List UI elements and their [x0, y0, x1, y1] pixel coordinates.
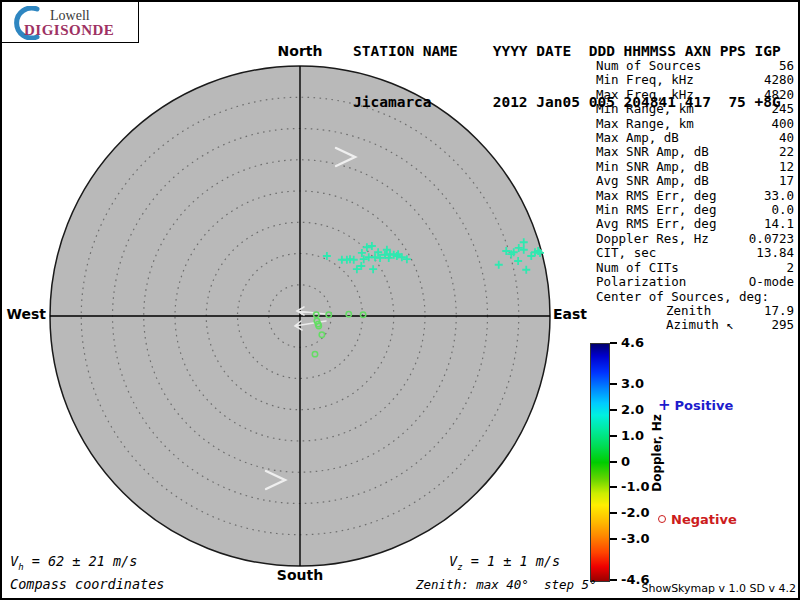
- vz-symbol: V: [449, 553, 457, 569]
- colorbar-tick: [610, 342, 617, 344]
- legend-positive-label: Positive: [675, 398, 734, 413]
- stats-row: Zenith17.9: [596, 304, 794, 318]
- compass-label-north: North: [260, 43, 340, 59]
- zenith-scale-note: Zenith: max 40° step 5°: [416, 577, 597, 592]
- stats-row: Max Amp, dB40: [596, 131, 794, 145]
- stats-value: O-mode: [749, 275, 794, 289]
- measurement-stats-panel: Num of Sources56Min Freq, kHz4280Max Fre…: [596, 59, 794, 333]
- stats-label: Min Freq, kHz: [596, 73, 694, 87]
- colorbar-tick: [610, 538, 617, 540]
- stats-label: Num of Sources: [596, 59, 701, 73]
- stats-value: 4280: [764, 73, 794, 87]
- showskymap-window: Lowell DIGISONDE STATION NAME YYYY DATE …: [0, 0, 800, 600]
- compass-label-east: East: [553, 306, 613, 322]
- logo-digisonde-text: DIGISONDE: [24, 22, 114, 39]
- stats-value: 56: [779, 59, 794, 73]
- stats-label: Azimuth ↖: [596, 318, 734, 332]
- stats-row: Avg RMS Err, deg14.1: [596, 217, 794, 231]
- stats-value: 40: [779, 131, 794, 145]
- stats-label: Max Range, km: [596, 117, 694, 131]
- stats-row: Max RMS Err, deg33.0: [596, 189, 794, 203]
- stats-label: Max RMS Err, deg: [596, 189, 716, 203]
- coordinate-system-note: Compass coordinates: [10, 576, 164, 592]
- stats-row: Min RMS Err, deg0.0: [596, 203, 794, 217]
- vh-symbol: V: [10, 553, 18, 569]
- stats-value: 400: [771, 117, 794, 131]
- colorbar-tick-label: 3.0: [621, 376, 644, 391]
- stats-value: 2: [786, 261, 794, 275]
- stats-label: Max Freq, kHz: [596, 88, 694, 102]
- stats-label: Avg RMS Err, deg: [596, 217, 716, 231]
- stats-value: 245: [771, 102, 794, 116]
- stats-label: Center of Sources, deg:: [596, 290, 769, 304]
- stats-label: Min SNR Amp, dB: [596, 160, 709, 174]
- colorbar-tick-label: 2.0: [621, 402, 644, 417]
- stats-value: 33.0: [764, 189, 794, 203]
- stats-label: Min RMS Err, deg: [596, 203, 716, 217]
- colorbar-tick-label: -2.0: [621, 505, 649, 520]
- colorbar-tick-label: 1.0: [621, 428, 644, 443]
- stats-value: 295: [771, 318, 794, 332]
- stats-row: Num of Sources56: [596, 59, 794, 73]
- stats-label: Polarization: [596, 275, 686, 289]
- stats-value: 0.0723: [749, 232, 794, 246]
- stats-value: 17: [779, 174, 794, 188]
- colorbar-tick-label: -1.0: [621, 479, 649, 494]
- legend-negative-label: Negative: [671, 512, 737, 527]
- stats-label: Zenith: [596, 304, 711, 318]
- stats-value: 14.1: [764, 217, 794, 231]
- stats-value: 4820: [764, 88, 794, 102]
- stats-label: Doppler Res, Hz: [596, 232, 709, 246]
- vertical-velocity-readout: Vz = 1 ± 1 m/s: [449, 553, 560, 572]
- horizontal-velocity-readout: Vh = 62 ± 21 m/s: [10, 553, 137, 572]
- doppler-colorbar: [590, 343, 610, 582]
- colorbar-tick: [610, 486, 617, 488]
- colorbar-tick-label: -3.0: [621, 531, 649, 546]
- compass-label-south: South: [260, 567, 340, 583]
- stats-value: 22: [779, 145, 794, 159]
- vz-value: = 1 ± 1 m/s: [463, 553, 561, 569]
- plus-marker-icon: +: [658, 396, 671, 414]
- legend-negative: Negative: [658, 512, 737, 527]
- colorbar-tick-label: 4.6: [621, 335, 644, 350]
- colorbar-tick: [610, 409, 617, 411]
- stats-value: 0.0: [771, 203, 794, 217]
- stats-row: Azimuth ↖295: [596, 318, 794, 332]
- stats-row: CIT, sec13.84: [596, 246, 794, 260]
- compass-label-west: West: [2, 306, 46, 322]
- stats-row: PolarizationO-mode: [596, 275, 794, 289]
- stats-row: Min Freq, kHz4280: [596, 73, 794, 87]
- vh-value: = 62 ± 21 m/s: [24, 553, 138, 569]
- stats-label: Min Range, km: [596, 102, 694, 116]
- colorbar-tick-label: 0: [621, 454, 630, 469]
- circle-marker-icon: [658, 515, 666, 523]
- lowell-digisonde-logo: Lowell DIGISONDE: [2, 2, 139, 43]
- stats-row: Min SNR Amp, dB12: [596, 160, 794, 174]
- stats-row: Min Range, km245: [596, 102, 794, 116]
- stats-value: 17.9: [764, 304, 794, 318]
- stats-row: Max SNR Amp, dB22: [596, 145, 794, 159]
- legend-positive: +Positive: [658, 396, 733, 414]
- colorbar-tick: [610, 461, 617, 463]
- software-version: ShowSkymap v 1.0 SD v 4.2: [602, 582, 796, 595]
- stats-row: Center of Sources, deg:: [596, 290, 794, 304]
- stats-label: Avg SNR Amp, dB: [596, 174, 709, 188]
- stats-label: CIT, sec: [596, 246, 656, 260]
- stats-row: Doppler Res, Hz0.0723: [596, 232, 794, 246]
- stats-row: Num of CITs2: [596, 261, 794, 275]
- colorbar-tick: [610, 512, 617, 514]
- stats-value: 13.84: [756, 246, 794, 260]
- stats-label: Max Amp, dB: [596, 131, 679, 145]
- colorbar-tick: [610, 383, 617, 385]
- stats-row: Avg SNR Amp, dB17: [596, 174, 794, 188]
- station-header-columns: STATION NAME YYYY DATE DDD HHMMSS AXN PP…: [353, 43, 781, 60]
- stats-label: Num of CITs: [596, 261, 679, 275]
- stats-row: Max Range, km400: [596, 117, 794, 131]
- colorbar-tick: [610, 579, 617, 581]
- stats-row: Max Freq, kHz4820: [596, 88, 794, 102]
- stats-label: Max SNR Amp, dB: [596, 145, 709, 159]
- colorbar-tick: [610, 435, 617, 437]
- stats-value: 12: [779, 160, 794, 174]
